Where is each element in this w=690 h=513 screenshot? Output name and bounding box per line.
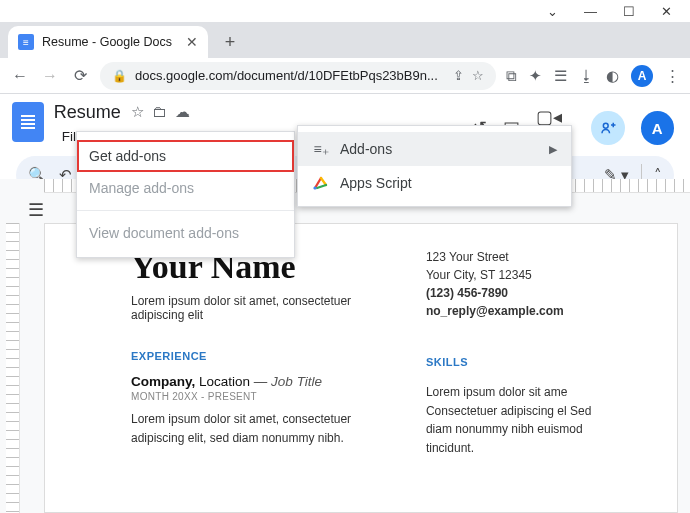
vertical-ruler[interactable] [6,223,20,513]
new-tab-button[interactable]: + [216,28,244,56]
document-outline-button[interactable]: ☰ [28,199,44,221]
window-close-button[interactable]: ✕ [661,4,672,18]
extensions-dropdown: Get add-ons Manage add-ons View document… [76,131,295,258]
skills-body: Lorem ipsum dolor sit ame Consectetuer a… [426,383,599,457]
share-button[interactable] [591,111,624,145]
browser-tab-strip: ≡ Resume - Google Docs ✕ + [0,22,690,58]
browser-tab[interactable]: ≡ Resume - Google Docs ✕ [8,26,208,58]
share-url-icon[interactable]: ⇪ [453,68,464,83]
chevron-right-icon: ▶ [549,143,557,156]
submenu-label: Apps Script [340,175,412,191]
svg-point-1 [313,186,316,189]
nav-back-button[interactable]: ← [10,67,30,85]
svg-point-0 [603,123,608,128]
scan-icon[interactable]: ⧉ [506,67,517,85]
profile-avatar[interactable]: A [631,65,653,87]
submenu-item-apps-script[interactable]: Apps Script [298,166,571,200]
job-dates: MONTH 20XX - PRESENT [131,391,382,402]
submenu-label: Add-ons [340,141,392,157]
star-icon[interactable]: ☆ [131,103,144,121]
window-maximize-button[interactable]: ☐ [623,4,635,18]
document-title[interactable]: Resume [54,102,121,123]
window-chevron-icon[interactable]: ⌄ [547,4,558,18]
account-avatar[interactable]: A [641,111,674,145]
address-bar[interactable]: 🔒 docs.google.com/document/d/10DFEtbPqs2… [100,62,496,90]
menu-item-manage-addons[interactable]: Manage add-ons [77,172,294,204]
window-minimize-button[interactable]: — [584,4,597,18]
cloud-status-icon[interactable]: ☁ [175,103,190,121]
download-icon[interactable]: ⭳ [579,67,594,84]
experience-heading: EXPERIENCE [131,350,382,362]
nav-forward-button[interactable]: → [40,67,60,85]
menu-item-get-addons[interactable]: Get add-ons [77,140,294,172]
move-icon[interactable]: 🗀 [152,103,167,121]
extensions-icon[interactable]: ✦ [529,67,542,85]
submenu-item-addons[interactable]: ≡₊ Add-ons ▶ [298,132,571,166]
skills-heading: SKILLS [426,354,599,371]
tab-close-button[interactable]: ✕ [186,34,198,50]
nav-reload-button[interactable]: ⟳ [70,66,90,85]
window-controls: ⌄ — ☐ ✕ [0,0,690,22]
url-text: docs.google.com/document/d/10DFEtbPqs23b… [135,68,438,83]
lock-icon: 🔒 [112,69,127,83]
extensions-submenu: ≡₊ Add-ons ▶ Apps Script [297,125,572,207]
tab-favicon-icon: ≡ [18,34,34,50]
reading-list-icon[interactable]: ☰ [554,67,567,85]
docs-logo-icon[interactable] [12,102,44,142]
resume-summary: Lorem ipsum dolor sit amet, consectetuer… [131,294,382,322]
browser-toolbar: ← → ⟳ 🔒 docs.google.com/document/d/10DFE… [0,58,690,94]
bookmark-icon[interactable]: ☆ [472,68,484,83]
menu-separator [77,210,294,211]
apps-script-icon [312,174,330,192]
menu-item-view-doc-addons[interactable]: View document add-ons [77,217,294,249]
experience-body: Lorem ipsum dolor sit amet, consectetuer… [131,410,382,447]
job-line: Company, Location — Job Title [131,374,382,389]
document-page[interactable]: Your Name Lorem ipsum dolor sit amet, co… [44,223,678,513]
browser-action-icons: ⧉ ✦ ☰ ⭳ ◐ A ⋮ [506,65,680,87]
contact-block: 123 Your Street Your City, ST 12345 (123… [426,248,599,320]
browser-menu-icon[interactable]: ⋮ [665,67,680,85]
tab-title: Resume - Google Docs [42,35,172,49]
incognito-icon[interactable]: ◐ [606,67,619,85]
addons-icon: ≡₊ [312,140,330,158]
